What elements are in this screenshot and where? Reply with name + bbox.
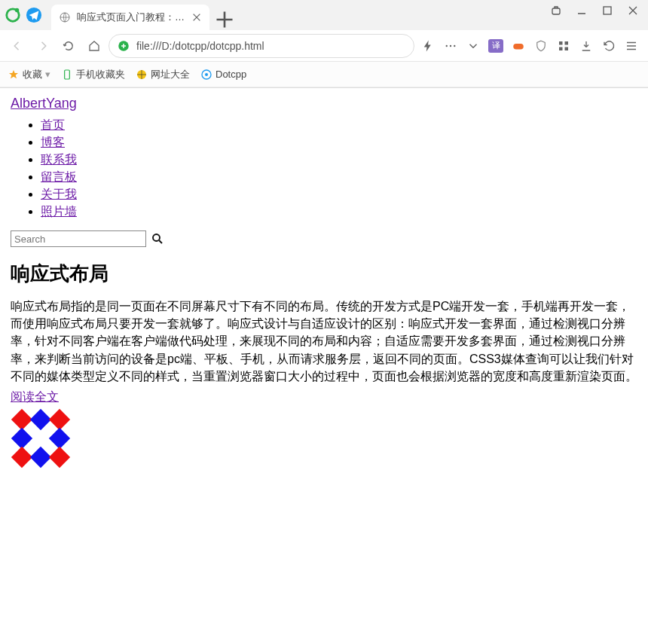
svg-point-19	[153, 234, 160, 241]
svg-point-8	[450, 44, 451, 46]
svg-rect-12	[565, 41, 569, 45]
nav-link-gallery[interactable]: 照片墙	[41, 205, 77, 218]
svg-point-1	[15, 8, 20, 13]
svg-rect-5	[604, 7, 611, 14]
nav-item: 留言板	[41, 169, 637, 185]
mobile-bookmarks[interactable]: 手机收藏夹	[61, 68, 125, 81]
article-heading: 响应式布局	[11, 261, 637, 287]
home-icon	[87, 39, 101, 53]
svg-rect-11	[559, 41, 563, 45]
window-controls	[543, 2, 646, 20]
reload-button[interactable]	[57, 35, 80, 57]
svg-rect-13	[559, 47, 563, 50]
svg-rect-4	[552, 8, 560, 14]
plus-icon	[214, 9, 235, 30]
menu-icon[interactable]	[624, 38, 639, 53]
apps-icon[interactable]	[556, 38, 571, 53]
nav-link-guestbook[interactable]: 留言板	[41, 170, 77, 183]
star-icon	[8, 69, 20, 81]
nav-link-contact[interactable]: 联系我	[41, 153, 77, 166]
dotcpp-bookmark[interactable]: Dotcpp	[200, 69, 246, 81]
svg-rect-15	[65, 70, 70, 79]
nav-list: 首页 博客 联系我 留言板 关于我 照片墙	[11, 118, 637, 220]
svg-rect-10	[513, 44, 524, 50]
svg-rect-14	[565, 47, 569, 50]
peek-icon[interactable]	[550, 5, 562, 17]
read-more-link[interactable]: 阅读全文	[11, 390, 59, 403]
maximize-icon[interactable]	[601, 5, 613, 17]
svg-point-18	[205, 73, 208, 76]
browser-left-icons	[0, 0, 47, 30]
decorative-diamonds	[11, 408, 71, 469]
search-icon[interactable]	[151, 232, 164, 246]
search-input[interactable]	[11, 230, 146, 247]
reload-icon	[62, 39, 75, 53]
nav-item: 联系我	[41, 152, 637, 168]
minimize-icon[interactable]	[576, 5, 588, 17]
close-window-icon[interactable]	[627, 5, 639, 17]
new-tab-button[interactable]	[214, 9, 235, 30]
search-row	[11, 230, 637, 247]
url-field[interactable]: file:///D:/dotcpp/dotcpp.html	[109, 34, 414, 58]
telegram-icon[interactable]	[26, 7, 42, 23]
nav-item: 博客	[41, 135, 637, 151]
shield-icon	[117, 39, 130, 53]
nav-item: 照片墙	[41, 204, 637, 220]
more-icon[interactable]	[443, 38, 458, 53]
mobile-icon	[61, 69, 73, 81]
nav-item: 关于我	[41, 187, 637, 203]
history-icon[interactable]	[601, 38, 616, 53]
home-button[interactable]	[83, 35, 105, 57]
flash-icon[interactable]	[420, 38, 436, 53]
game-icon[interactable]	[511, 38, 526, 53]
address-bar: file:///D:/dotcpp/dotcpp.html 译	[0, 30, 648, 62]
toolbar-right: 译	[417, 38, 642, 53]
globe-icon	[59, 11, 71, 23]
nav-link-about[interactable]: 关于我	[41, 188, 77, 200]
site-title-link[interactable]: AlbertYang	[11, 96, 77, 111]
tab-bar: 响应式页面入门教程：Albert	[0, 0, 648, 30]
sites-bookmark[interactable]: 网址大全	[136, 68, 190, 81]
active-tab[interactable]: 响应式页面入门教程：Albert	[51, 5, 209, 30]
arrow-left-icon	[11, 39, 24, 53]
favorites-button[interactable]: 收藏▾	[8, 68, 50, 81]
nav-link-blog[interactable]: 博客	[41, 136, 65, 148]
page-content: AlbertYang 首页 博客 联系我 留言板 关于我 照片墙 响应式布局 响…	[0, 88, 648, 484]
shield2-icon[interactable]	[533, 38, 549, 53]
nav-link-home[interactable]: 首页	[41, 118, 65, 131]
article-paragraph: 响应式布局指的是同一页面在不同屏幕尺寸下有不同的布局。传统的开发方式是PC端开发…	[11, 298, 637, 385]
tab-title: 响应式页面入门教程：Albert	[77, 11, 185, 24]
nav-item: 首页	[41, 118, 637, 133]
translate-button[interactable]: 译	[488, 39, 503, 53]
download-icon[interactable]	[579, 38, 594, 53]
back-button[interactable]	[6, 35, 29, 57]
svg-point-9	[454, 44, 455, 46]
browser-logo-icon	[5, 7, 21, 23]
site-title: AlbertYang	[11, 96, 637, 111]
chevron-down-icon[interactable]	[466, 38, 481, 53]
arrow-right-icon	[36, 39, 50, 53]
browser-chrome: 响应式页面入门教程：Albert file:///D:/dotcpp/dotcp…	[0, 0, 648, 88]
bookmarks-bar: 收藏▾ 手机收藏夹 网址大全 Dotcpp	[0, 62, 648, 87]
url-text: file:///D:/dotcpp/dotcpp.html	[136, 40, 406, 52]
dotcpp-icon	[200, 69, 212, 81]
globe2-icon	[136, 69, 148, 81]
svg-point-7	[446, 44, 448, 46]
close-tab-icon[interactable]	[191, 12, 202, 23]
forward-button[interactable]	[32, 35, 54, 57]
